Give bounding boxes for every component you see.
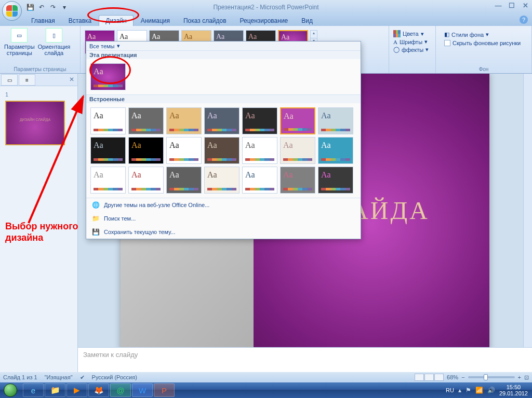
- theme-thumb[interactable]: Aa: [242, 167, 277, 194]
- notes-pane[interactable]: Заметки к слайду: [78, 347, 532, 374]
- tray-lang[interactable]: RU: [446, 387, 454, 393]
- tab-insert[interactable]: Вставка: [62, 16, 98, 26]
- quick-access-toolbar: 💾 ↶ ↷ ▾: [25, 2, 70, 12]
- task-explorer-icon[interactable]: 📁: [45, 383, 65, 397]
- theme-thumb[interactable]: Aa: [204, 167, 240, 194]
- tab-home[interactable]: Главная: [25, 16, 61, 26]
- theme-thumb[interactable]: Aa: [90, 137, 126, 164]
- theme-thumb[interactable]: Aa: [242, 137, 277, 164]
- bg-styles-button[interactable]: ◧Стили фона ▾: [444, 31, 523, 38]
- theme-thumb[interactable]: Aa: [128, 137, 164, 164]
- title-bar: 💾 ↶ ↷ ▾ Презентация2 - Microsoft PowerPo…: [0, 0, 532, 14]
- close-icon[interactable]: ✕: [521, 1, 530, 9]
- theme-thumb[interactable]: Aa: [242, 107, 277, 134]
- outline-tab-icon: ≡: [25, 77, 29, 83]
- zoom-out-icon[interactable]: −: [461, 374, 464, 380]
- fonts-button[interactable]: AШрифты ▾: [393, 38, 431, 45]
- tab-slideshow[interactable]: Показ слайдов: [177, 16, 233, 26]
- gallery-save[interactable]: 💾Сохранить текущую тему...: [86, 225, 361, 239]
- undo-icon[interactable]: ↶: [36, 2, 47, 12]
- task-firefox-icon[interactable]: 🦊: [88, 383, 109, 397]
- theme-thumb[interactable]: Aa: [90, 107, 126, 134]
- online-icon: 🌐: [91, 201, 100, 209]
- qat-dropdown-icon[interactable]: ▾: [59, 2, 70, 12]
- tray-network-icon[interactable]: 📶: [475, 387, 483, 394]
- zoom-in-icon[interactable]: +: [518, 374, 521, 380]
- tray-flag-icon[interactable]: ⚑: [466, 387, 471, 394]
- gallery-up-icon[interactable]: ▴: [311, 31, 317, 38]
- task-powerpoint-icon[interactable]: P: [154, 383, 175, 397]
- gallery-more-online[interactable]: 🌐Другие темы на веб-узле Office Online..…: [86, 198, 361, 212]
- theme-thumb[interactable]: Aa: [166, 107, 202, 134]
- panel-tab-outline[interactable]: ≡: [19, 74, 35, 86]
- maximize-icon[interactable]: ☐: [507, 1, 516, 9]
- orientation-icon: ▯: [46, 28, 62, 43]
- theme-thumb[interactable]: Aa: [166, 137, 202, 164]
- effects-icon: ◯: [393, 46, 400, 53]
- theme-thumb[interactable]: Aa: [280, 137, 315, 164]
- theme-thumb[interactable]: Aa: [318, 167, 353, 194]
- task-ie-icon[interactable]: e: [23, 383, 44, 397]
- redo-icon[interactable]: ↷: [48, 2, 58, 12]
- effects-button[interactable]: ◯ффекты ▾: [393, 46, 431, 53]
- ribbon-tabs: Главная Вставка Дизайн Анимация Показ сл…: [0, 14, 532, 26]
- zoom-slider[interactable]: [468, 376, 515, 378]
- theme-thumb-current[interactable]: Aa: [90, 63, 126, 90]
- tab-animation[interactable]: Анимация: [135, 16, 176, 26]
- gallery-section-this: Эта презентация: [86, 50, 361, 59]
- view-normal-icon[interactable]: [415, 374, 424, 381]
- theme-thumb[interactable]: Aa: [204, 107, 240, 134]
- status-language[interactable]: Русский (Россия): [92, 374, 137, 380]
- tab-design[interactable]: Дизайн: [99, 15, 133, 26]
- themes-gallery-dropdown: Все темы ▾ Эта презентация Aa Встроенные…: [86, 41, 361, 239]
- status-theme: "Изящная": [45, 374, 73, 380]
- orientation-button[interactable]: ▯ Ориентация слайда: [38, 28, 70, 56]
- office-logo-icon: [6, 5, 18, 17]
- minimize-icon[interactable]: —: [494, 1, 503, 9]
- task-word-icon[interactable]: W: [132, 383, 153, 397]
- group-label-page: Параметры страницы: [4, 65, 76, 72]
- colors-button[interactable]: Цвета ▾: [393, 30, 431, 37]
- start-button[interactable]: [0, 382, 21, 398]
- help-icon[interactable]: ?: [520, 16, 528, 24]
- office-button[interactable]: [2, 1, 22, 21]
- save-icon[interactable]: 💾: [25, 2, 35, 12]
- windows-logo-icon: [4, 383, 17, 397]
- theme-thumb[interactable]: Aa: [280, 167, 315, 194]
- fit-window-icon[interactable]: ⊡: [524, 374, 529, 381]
- panel-close-icon[interactable]: ✕: [69, 76, 74, 83]
- gallery-all-themes[interactable]: Все темы ▾: [86, 42, 361, 50]
- theme-thumb[interactable]: Aa: [318, 107, 353, 134]
- hide-bg-checkbox[interactable]: Скрыть фоновые рисунки: [444, 40, 523, 46]
- theme-thumb[interactable]: Aa: [204, 137, 240, 164]
- theme-thumb[interactable]: Aa: [128, 167, 164, 194]
- bg-styles-icon: ◧: [444, 31, 449, 38]
- task-mail-icon[interactable]: @: [110, 383, 131, 397]
- annotation-text: Выбор нужного дизайна: [5, 221, 78, 243]
- tray-volume-icon[interactable]: 🔊: [487, 387, 495, 394]
- tray-clock[interactable]: 15:50 29.01.2012: [499, 384, 528, 396]
- group-label-bg: Фон: [440, 65, 527, 72]
- tab-view[interactable]: Вид: [295, 16, 319, 26]
- task-media-icon[interactable]: ▶: [66, 383, 87, 397]
- gallery-section-builtin: Встроенные: [86, 94, 361, 103]
- gallery-search[interactable]: 📁Поиск тем...: [86, 212, 361, 225]
- tray-up-icon[interactable]: ▴: [458, 387, 461, 394]
- theme-thumb[interactable]: Aa: [90, 167, 126, 194]
- theme-thumb[interactable]: Aa: [166, 167, 202, 194]
- view-slideshow-icon[interactable]: [434, 374, 444, 381]
- slide-thumbnail[interactable]: ДИЗАЙН СЛАЙДА: [5, 101, 65, 145]
- vertical-scrollbar[interactable]: [523, 74, 532, 347]
- slides-tab-icon: ▭: [7, 77, 12, 83]
- panel-tab-slides[interactable]: ▭: [1, 74, 18, 86]
- theme-thumb[interactable]: Aa: [280, 107, 315, 134]
- slide-number: 1: [5, 91, 8, 98]
- page-params-button[interactable]: ▭ Параметры страницы: [4, 28, 35, 56]
- status-slide-count: Слайд 1 из 1: [3, 374, 37, 380]
- theme-thumb[interactable]: Aa: [128, 107, 164, 134]
- view-sorter-icon[interactable]: [424, 374, 434, 381]
- tab-review[interactable]: Рецензирование: [234, 16, 295, 26]
- theme-thumb[interactable]: Aa: [318, 137, 353, 164]
- spellcheck-icon[interactable]: ✔: [80, 374, 85, 381]
- zoom-level[interactable]: 68%: [447, 374, 458, 380]
